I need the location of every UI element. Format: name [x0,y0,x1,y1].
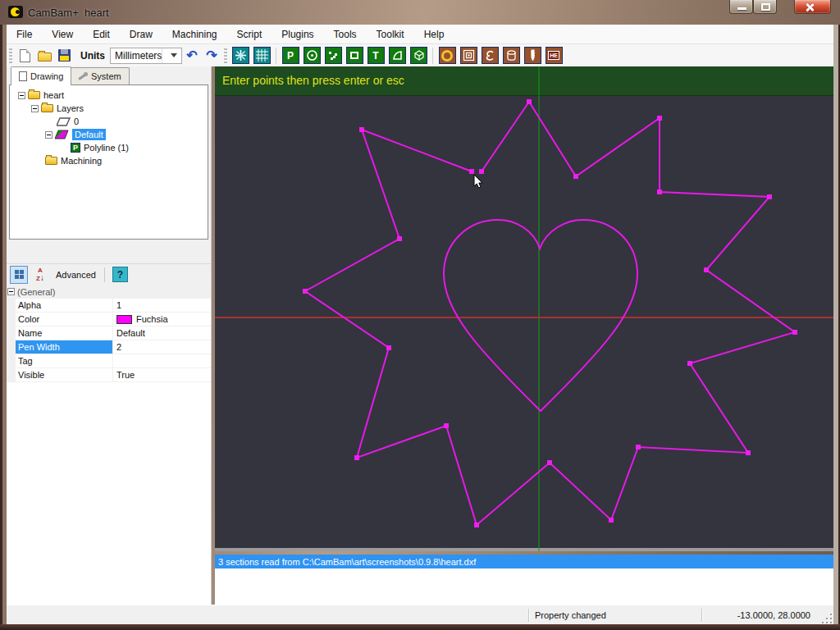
tab-drawing[interactable]: Drawing [11,66,71,85]
menu-plugins[interactable]: Plugins [272,25,323,43]
rect-glyph [350,52,358,59]
menu-machining[interactable]: Machining [162,25,227,43]
redo-button[interactable]: ↷ [202,46,221,65]
advanced-label[interactable]: Advanced [56,270,96,280]
property-name: Name [16,326,113,340]
vertex-handle [303,289,308,294]
menu-view[interactable]: View [42,25,83,43]
window-title: CamBam+ heart [28,7,109,19]
log-selected-line[interactable]: 3 sections read from C:\CamBam\art\scree… [215,555,833,568]
draw-polyline-icon[interactable]: P [282,47,299,64]
collapse-icon[interactable] [7,288,15,295]
tree-node-layer-0[interactable]: 0 [10,115,208,128]
property-value[interactable]: 2 [113,340,211,354]
property-value[interactable]: Default [113,326,211,340]
polyline-icon: P [71,143,80,153]
window-border-right [833,25,840,624]
collapse-icon[interactable] [45,131,52,139]
close-button[interactable] [794,0,831,14]
mop-he-icon[interactable]: HE [546,47,563,64]
tree-node-layer-default[interactable]: Default [10,128,208,141]
draw-surface-icon[interactable] [410,47,427,64]
page-icon [19,71,27,81]
tree-node-polyline[interactable]: P Polyline (1) [10,141,208,154]
toolbar-grip[interactable] [224,48,227,63]
title-bar[interactable]: CamBam+ heart [0,0,840,25]
undo-icon: ↶ [186,49,197,62]
tree-label[interactable]: 0 [74,116,79,126]
draw-circle-icon[interactable] [304,47,321,64]
menu-tools[interactable]: Tools [324,25,367,43]
property-row-name[interactable]: Name Default [7,326,211,340]
menu-file[interactable]: File [7,25,42,43]
vertex-handle [527,99,532,104]
open-file-button[interactable] [34,46,54,65]
menu-help[interactable]: Help [414,25,454,43]
menu-script[interactable]: Script [227,25,272,43]
tab-system[interactable]: System [69,67,130,84]
menu-toolkit[interactable]: Toolkit [367,25,414,43]
window-border-bottom [0,624,840,630]
property-value[interactable]: 1 [113,299,211,312]
new-file-button[interactable] [15,46,34,65]
tree-node-heart[interactable]: heart [10,89,208,102]
tree-node-machining[interactable]: Machining [10,154,208,167]
heart-polyline [444,220,637,411]
menu-draw[interactable]: Draw [120,25,162,43]
vertex-handle [359,127,364,132]
property-row-color[interactable]: Color Fuchsia [7,313,211,326]
property-value[interactable]: Fuchsia [113,313,211,326]
tree-label-selected[interactable]: Default [72,129,106,140]
new-file-icon [20,49,30,62]
property-value[interactable] [113,354,211,368]
drawing-canvas[interactable]: Enter points then press enter or esc [215,66,833,551]
draw-text-icon[interactable]: T [368,47,385,64]
vertex-handle [687,361,692,366]
menu-edit[interactable]: Edit [83,25,120,43]
snap-points-icon[interactable] [232,47,249,64]
draw-pointlist-icon[interactable] [325,47,342,64]
snap-grid-icon[interactable] [253,47,271,64]
undo-button[interactable]: ↶ [182,46,202,65]
mop-engrave-icon[interactable] [482,47,499,64]
property-row-tag[interactable]: Tag [7,354,211,368]
tree-node-layers[interactable]: Layers [10,102,208,115]
mop-pocket-icon[interactable] [460,47,477,64]
save-file-button[interactable] [54,46,74,65]
app-window: CamBam+ heart File View Edit Draw Machin… [0,0,840,630]
status-message: Property changed [529,610,701,620]
alphabetical-sort-button[interactable]: AZ↓ [31,266,49,284]
property-row-visible[interactable]: Visible True [7,368,211,382]
property-row-alpha[interactable]: Alpha 1 [7,299,211,313]
toolbar: Units Millimeters ↶ ↷ P T [7,44,833,66]
units-combobox[interactable]: Millimeters [110,48,182,64]
mop-lathe-icon[interactable] [503,47,520,64]
mouse-cursor [474,175,482,188]
layer-icon [57,117,71,126]
draw-arc-icon[interactable] [389,47,406,64]
property-value[interactable]: True [113,368,211,381]
tree-label[interactable]: Polyline (1) [84,143,129,153]
vertex-handle [573,174,578,179]
category-row[interactable]: (General) [7,285,211,299]
property-name: Tag [16,354,113,368]
resize-grip[interactable] [822,614,833,624]
left-panel: Drawing System heart Layers 0 [7,66,212,605]
chevron-down-icon[interactable] [162,48,181,63]
collapse-icon[interactable] [18,92,25,99]
collapse-icon[interactable] [31,105,39,112]
property-row-pen-width[interactable]: Pen Width 2 [7,340,211,354]
tree-label[interactable]: Layers [57,103,84,113]
help-icon[interactable]: ? [112,267,128,282]
draw-rectangle-icon[interactable] [346,47,363,64]
tree-label[interactable]: heart [43,90,64,100]
drawing-tree: heart Layers 0 Default P Polyline (1) [9,84,208,240]
categorized-view-button[interactable] [10,266,28,284]
mop-profile-icon[interactable] [439,47,456,64]
minimize-button[interactable] [729,0,753,14]
tree-label[interactable]: Machining [61,156,102,166]
mop-drill-icon[interactable] [524,47,541,64]
app-icon [8,6,23,18]
toolbar-grip[interactable] [9,48,12,63]
maximize-button[interactable] [753,0,777,14]
